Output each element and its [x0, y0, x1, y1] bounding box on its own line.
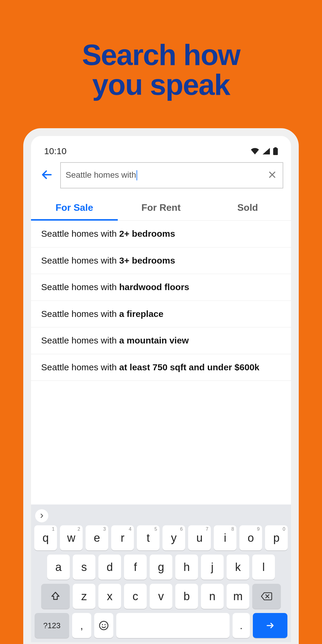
key-g[interactable]: g	[150, 555, 172, 580]
key-q[interactable]: q1	[34, 525, 57, 550]
back-button[interactable]	[39, 167, 55, 184]
key-o[interactable]: o9	[239, 525, 262, 550]
svg-point-3	[102, 624, 103, 625]
keyboard-row-2: a s d f g h j k l	[34, 555, 288, 580]
chevron-right-icon	[39, 513, 45, 519]
suggestion-item[interactable]: Seattle homes with at least 750 sqft and…	[31, 354, 291, 381]
key-s[interactable]: s	[73, 555, 95, 580]
key-period[interactable]: .	[233, 613, 250, 638]
tab-for-rent[interactable]: For Rent	[118, 196, 205, 220]
key-backspace[interactable]	[252, 584, 281, 609]
key-u[interactable]: u7	[188, 525, 211, 550]
key-z[interactable]: z	[73, 584, 95, 609]
key-c[interactable]: c	[124, 584, 147, 609]
svg-point-4	[104, 624, 106, 625]
suggestion-item[interactable]: Seattle homes with a mountain view	[31, 327, 291, 354]
arrow-right-icon	[264, 621, 276, 630]
key-h[interactable]: h	[175, 555, 198, 580]
key-shift[interactable]	[41, 584, 70, 609]
suggestion-item[interactable]: Seattle homes with hardwood floors	[31, 274, 291, 301]
keyboard-expand-button[interactable]	[35, 509, 48, 522]
keyboard-row-4: ?123 , .	[34, 613, 288, 638]
key-j[interactable]: j	[201, 555, 224, 580]
text-cursor	[137, 170, 137, 180]
battery-icon	[273, 147, 278, 155]
keyboard-row-3: z x c v b n m	[34, 584, 288, 609]
keyboard-toolbar	[34, 507, 288, 525]
listing-type-tabs: For Sale For Rent Sold	[31, 196, 291, 221]
key-k[interactable]: k	[227, 555, 249, 580]
key-p[interactable]: p0	[265, 525, 288, 550]
wifi-icon	[250, 148, 259, 154]
close-icon	[268, 170, 277, 179]
on-screen-keyboard: q1 w2 e3 r4 t5 y6 u7 i8 o9 p0 a s d f g …	[31, 504, 291, 642]
key-v[interactable]: v	[150, 584, 172, 609]
headline-line-2: you speak	[0, 70, 322, 100]
suggestion-item[interactable]: Seattle homes with 3+ bedrooms	[31, 247, 291, 274]
key-emoji[interactable]	[94, 613, 113, 638]
key-i[interactable]: i8	[214, 525, 236, 550]
status-time: 10:10	[44, 146, 66, 156]
signal-icon	[262, 148, 270, 154]
suggestion-item[interactable]: Seattle homes with a fireplace	[31, 301, 291, 328]
emoji-icon	[99, 620, 109, 631]
key-space[interactable]	[116, 613, 230, 638]
suggestion-item[interactable]: Seattle homes with 2+ bedrooms	[31, 221, 291, 247]
key-t[interactable]: t5	[137, 525, 160, 550]
headline-line-1: Search how	[0, 40, 322, 70]
tab-sold[interactable]: Sold	[204, 196, 291, 220]
tab-for-sale[interactable]: For Sale	[31, 196, 118, 220]
clear-search-button[interactable]	[267, 169, 278, 182]
search-suggestions: Seattle homes with 2+ bedrooms Seattle h…	[31, 221, 291, 381]
key-y[interactable]: y6	[162, 525, 185, 550]
phone-frame: 10:10 Seattle homes with For Sale For Re…	[23, 128, 299, 644]
keyboard-row-1: q1 w2 e3 r4 t5 y6 u7 i8 o9 p0	[34, 525, 288, 550]
key-x[interactable]: x	[98, 584, 121, 609]
key-l[interactable]: l	[252, 555, 275, 580]
svg-rect-0	[273, 148, 278, 155]
key-d[interactable]: d	[98, 555, 121, 580]
shift-icon	[50, 591, 61, 602]
status-bar: 10:10	[31, 136, 291, 160]
arrow-left-icon	[41, 168, 53, 181]
key-symbols[interactable]: ?123	[35, 613, 69, 638]
backspace-icon	[261, 592, 273, 601]
key-enter[interactable]	[253, 613, 287, 638]
key-m[interactable]: m	[227, 584, 249, 609]
phone-screen: 10:10 Seattle homes with For Sale For Re…	[31, 136, 291, 642]
search-input-value: Seattle homes with	[66, 170, 267, 181]
key-n[interactable]: n	[201, 584, 224, 609]
svg-point-2	[100, 621, 108, 630]
key-r[interactable]: r4	[111, 525, 134, 550]
search-row: Seattle homes with	[31, 162, 291, 188]
key-b[interactable]: b	[175, 584, 198, 609]
svg-rect-1	[274, 147, 277, 148]
key-e[interactable]: e3	[86, 525, 108, 550]
key-comma[interactable]: ,	[72, 613, 91, 638]
key-a[interactable]: a	[47, 555, 70, 580]
marketing-headline: Search how you speak	[0, 40, 322, 100]
search-input[interactable]: Seattle homes with	[60, 162, 283, 188]
status-icons	[250, 147, 278, 155]
key-w[interactable]: w2	[60, 525, 83, 550]
key-f[interactable]: f	[124, 555, 147, 580]
